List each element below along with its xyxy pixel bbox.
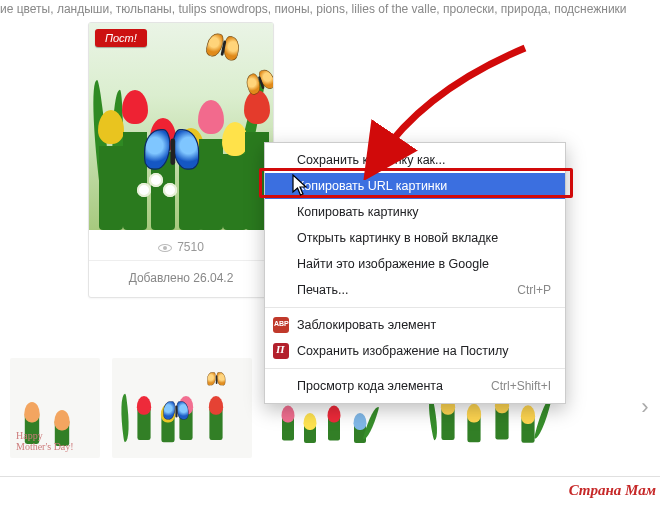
tags-line: ие цветы, ландыши, тюльпаны, tulips snow… (0, 0, 668, 20)
image-card: Пост! 7510 Доба (88, 22, 274, 298)
ctx-copy-image-url[interactable]: Копировать URL картинки (265, 173, 565, 199)
thumbnail[interactable] (112, 358, 252, 458)
ctx-adblock-block[interactable]: Заблокировать элемент (265, 312, 565, 338)
ctx-copy-image[interactable]: Копировать картинку (265, 199, 565, 225)
abp-icon (273, 317, 289, 333)
ctx-save-image-as[interactable]: Сохранить картинку как... (265, 147, 565, 173)
flowers-illustration (89, 23, 273, 230)
ctx-save-to-postila[interactable]: Сохранить изображение на Постилу (265, 338, 565, 364)
watermark: Страна Мам (569, 482, 656, 499)
footer-divider (0, 476, 660, 477)
ctx-search-google[interactable]: Найти это изображение в Google (265, 251, 565, 277)
card-date: Добавлено 26.04.2 (89, 261, 273, 297)
shortcut-label: Ctrl+Shift+I (491, 379, 551, 393)
thumbnail[interactable]: HappyMother's Day! (10, 358, 100, 458)
views-count: 7510 (177, 240, 204, 254)
ctx-print[interactable]: Печать...Ctrl+P (265, 277, 565, 303)
butterfly-icon (204, 32, 244, 67)
eye-icon (158, 244, 172, 252)
context-menu: Сохранить картинку как... Копировать URL… (264, 142, 566, 404)
ctx-open-new-tab[interactable]: Открыть картинку в новой вкладке (265, 225, 565, 251)
postila-icon (273, 343, 289, 359)
card-main-image[interactable]: Пост! (89, 23, 273, 230)
card-views: 7510 (89, 230, 273, 261)
post-badge: Пост! (95, 29, 147, 47)
ctx-inspect[interactable]: Просмотр кода элементаCtrl+Shift+I (265, 373, 565, 399)
carousel-next-icon[interactable]: › (634, 396, 656, 418)
butterfly-icon (144, 129, 204, 177)
shortcut-label: Ctrl+P (517, 283, 551, 297)
